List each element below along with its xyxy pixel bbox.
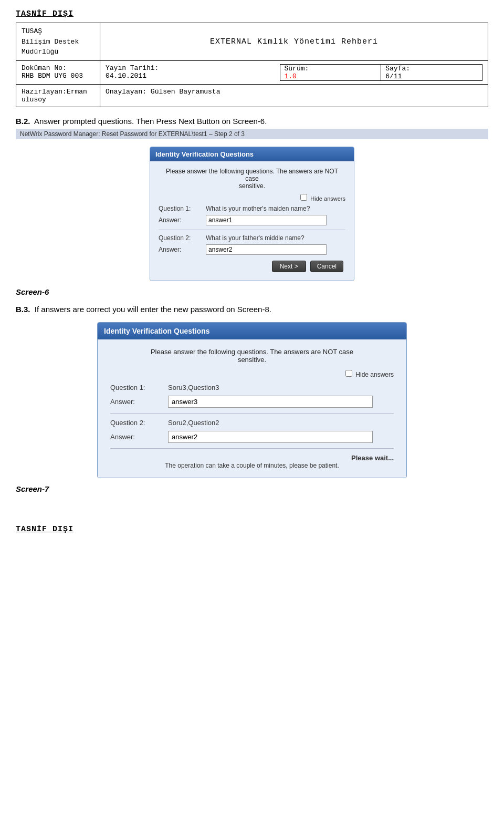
document-header-table: TUSAŞ Bilişim Destek Müdürlüğü EXTERNAL … [16, 23, 488, 107]
meta-inner-table: Yayın Tarihi: 04.10.2011 Sürüm: 1.0 Sayf… [106, 64, 482, 81]
ivq-panel-screen7: Identity Verification Questions Please a… [97, 322, 407, 478]
question1-row-screen7: Question 1: Soru3,Question3 [110, 384, 394, 391]
ivq-desc-screen7: Please answer the following questions. T… [110, 348, 394, 364]
ivq-panel-screen6: Identity Verification Questions Please a… [150, 147, 354, 281]
screen7-label: Screen-7 [16, 484, 488, 493]
section-b2-heading: B.2. Answer prompted questions. Then Pre… [16, 117, 488, 126]
answer1-row-screen7: Answer: [110, 396, 394, 408]
answer2-input-screen6[interactable] [206, 244, 327, 255]
section-b3-heading: B.3. If answers are correct you will ent… [16, 305, 488, 314]
next-button-screen6[interactable]: Next > [272, 261, 306, 272]
divider2-screen7 [110, 448, 394, 449]
answer2-row-screen7: Answer: [110, 431, 394, 443]
classification-top: TASNİF DIŞI [16, 9, 488, 18]
approved-cell: Onaylayan: Gülsen Bayramusta [100, 84, 488, 107]
operation-msg-screen7: The operation can take a couple of minut… [110, 462, 394, 469]
doc-title-cell: EXTERNAL Kimlik Yönetimi Rehberi [100, 23, 488, 61]
answer1-input-screen6[interactable] [206, 215, 327, 225]
screen6-container: Identity Verification Questions Please a… [16, 147, 488, 281]
divider1-screen7 [110, 413, 394, 414]
question2-row-screen7: Question 2: Soru2,Question2 [110, 419, 394, 427]
hide-answers-checkbox-screen7[interactable] [345, 370, 352, 377]
ivq-body-screen6: Please answer the following questions. T… [150, 161, 354, 281]
btn-row-screen6: Next > Cancel [159, 257, 345, 274]
answer2-row-screen6: Answer: [159, 244, 345, 255]
hide-answers-row-screen7: Hide answers [110, 370, 394, 378]
question2-row-screen6: Question 2: What is your father's middle… [159, 234, 345, 242]
cancel-button-screen6[interactable]: Cancel [310, 261, 343, 272]
doc-no-cell: Doküman No: RHB BDM UYG 003 [16, 60, 100, 84]
ivq-title-screen7: Identity Verification Questions [98, 323, 406, 339]
divider-screen6 [159, 230, 345, 230]
ivq-body-screen7: Please answer the following questions. T… [98, 339, 406, 478]
answer2-input-screen7[interactable] [168, 431, 373, 443]
question1-row-screen6: Question 1: What is your mother's maiden… [159, 205, 345, 212]
org-cell: TUSAŞ Bilişim Destek Müdürlüğü [16, 23, 100, 61]
hide-answers-row-screen6: Hide answers [159, 194, 345, 202]
step-bar: NetWrix Password Manager: Reset Password… [16, 129, 488, 139]
ivq-desc-screen6: Please answer the following questions. T… [159, 168, 345, 190]
answer1-input-screen7[interactable] [168, 396, 373, 408]
answer1-row-screen6: Answer: [159, 215, 345, 225]
screen7-container: Identity Verification Questions Please a… [16, 322, 488, 478]
ivq-title-screen6: Identity Verification Questions [150, 147, 354, 161]
prepared-cell: Hazırlayan:Erman ulusoy [16, 84, 100, 107]
screen6-label: Screen-6 [16, 287, 488, 296]
classification-bottom: TASNİF DIŞI [16, 525, 488, 534]
please-wait-screen7: Please wait... [110, 454, 394, 462]
hide-answers-checkbox-screen6[interactable] [300, 194, 307, 201]
